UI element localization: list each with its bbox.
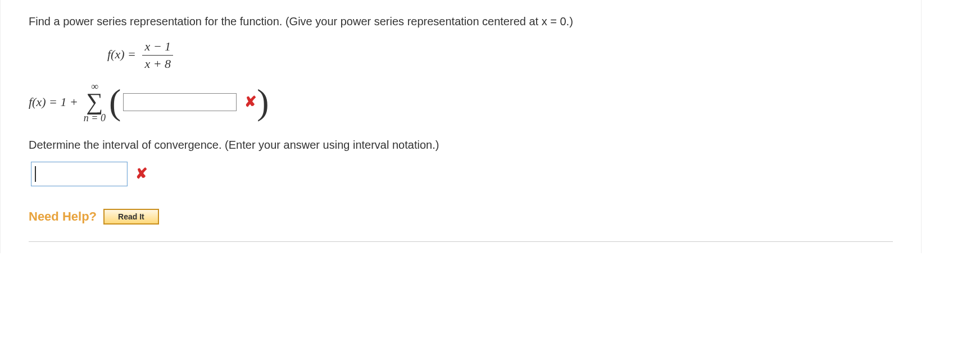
need-help-row: Need Help? Read It [29, 209, 893, 225]
series-row: f(x) = 1 + ∞ ∑ n = 0 ( ✘ ) [29, 81, 893, 123]
question-prompt: Find a power series representation for t… [29, 13, 893, 29]
interval-prompt: Determine the interval of convergence. (… [29, 139, 893, 152]
wrong-icon: ✘ [135, 165, 148, 182]
interval-prompt-text: Determine the interval of convergence. (… [29, 139, 439, 151]
need-help-label: Need Help? [29, 209, 97, 224]
fraction-denominator: x + 8 [142, 56, 173, 71]
interval-row: ✘ [29, 162, 893, 186]
series-answer-input[interactable] [123, 93, 237, 111]
function-definition: f(x) = x − 1 x + 8 [107, 39, 893, 71]
sigma-icon: ∑ [86, 91, 103, 113]
function-lhs: f(x) = [107, 47, 136, 61]
paren-close: ) [257, 88, 269, 116]
fraction-numerator: x − 1 [142, 39, 173, 56]
text-cursor-icon [35, 166, 36, 182]
separator [29, 241, 893, 242]
sigma-lower: n = 0 [84, 113, 106, 123]
wrong-icon: ✘ [244, 93, 257, 111]
prompt-text: Find a power series representation for t… [29, 15, 573, 28]
paren-open: ( [109, 88, 121, 116]
read-it-button[interactable]: Read It [103, 209, 159, 225]
interval-answer-input[interactable] [31, 162, 128, 186]
sigma-block: ∞ ∑ n = 0 [84, 81, 106, 123]
fraction: x − 1 x + 8 [142, 39, 173, 71]
question-container: Find a power series representation for t… [0, 0, 922, 253]
series-lhs: f(x) = 1 + [29, 95, 78, 109]
